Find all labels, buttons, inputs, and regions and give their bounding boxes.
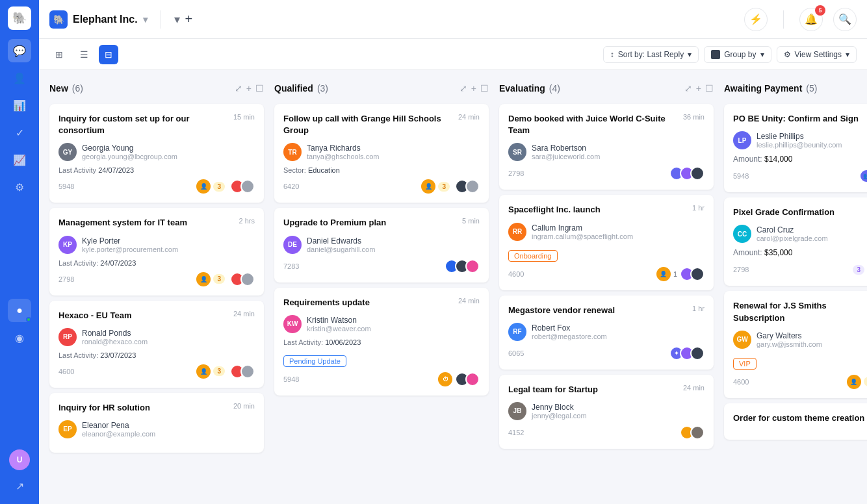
badge-count: 10 [864, 377, 867, 386]
amount-row: Amount: $35,000 [733, 248, 867, 257]
card-pixel-grade[interactable]: Pixel Grade Confirmation CC Carol Cruz c… [724, 197, 867, 286]
card-id: 7283 [283, 262, 299, 270]
checkbox-icon[interactable]: ☐ [705, 83, 714, 94]
card-title: Legal team for Startup [508, 384, 678, 396]
card-title: Follow up call with Grange Hill Schools … [283, 113, 453, 136]
assignee-avatar: 👤 [196, 364, 211, 379]
card-inquiry-consortium[interactable]: Inquiry for custom set up for our consor… [49, 104, 264, 203]
card-time: 5 min [462, 217, 480, 225]
column-awaiting-payment: Awaiting Payment (5) ⤢ + PO BE Unity: Co… [724, 81, 867, 494]
sidebar-item-settings[interactable]: ⚙ [8, 175, 31, 199]
sidebar-item-contacts[interactable]: 👤 [8, 66, 31, 90]
card-assignees: 👤 10 [847, 375, 867, 389]
grid-view-button[interactable]: ⊞ [49, 45, 69, 64]
add-tab-button[interactable]: + [185, 12, 193, 27]
card-footer: 4600 👤 3 [58, 364, 255, 379]
add-card-button[interactable]: + [246, 83, 252, 94]
avatar-1: 👥 [859, 169, 867, 183]
contact-name: Robert Fox [532, 323, 607, 333]
card-js-smiths[interactable]: Renewal for J.S Smiths Subscription 1 GW… [724, 291, 867, 397]
column-header-new: New (6) ⤢ + ☐ [49, 81, 264, 99]
main-area: 🐘 Elephant Inc. ▾ ▾ + ⚡ 🔔 5 🔍 ⊞ ☰ ⊟ ↕ So… [39, 0, 867, 504]
add-card-button[interactable]: + [471, 83, 476, 94]
card-legal-startup[interactable]: Legal team for Startup 24 min JB Jenny B… [499, 375, 714, 449]
app-logo[interactable]: 🐘 [8, 6, 31, 30]
assignee-avatar: 👤 [196, 272, 211, 286]
contact-avatar: RP [58, 328, 77, 346]
card-premium-plan[interactable]: Upgrade to Premium plan 5 min DE Daniel … [274, 208, 489, 282]
card-id: 6420 [283, 183, 299, 190]
sidebar-item-analytics[interactable]: 📈 [8, 148, 31, 171]
card-header: Inquiry for custom set up for our consor… [58, 113, 255, 136]
vip-tag: VIP [733, 354, 867, 370]
add-card-button[interactable]: + [696, 83, 701, 94]
sidebar-item-tasks[interactable]: ✓ [8, 121, 31, 144]
sidebar-item-status[interactable]: ● [8, 299, 31, 322]
contact-email: carol@pixelgrade.com [757, 234, 828, 242]
card-management-it[interactable]: Management system for IT team 2 hrs KP K… [49, 208, 264, 295]
card-requirements-update[interactable]: Requirements update 24 min KW Kristin Wa… [274, 288, 489, 396]
checkbox-icon[interactable]: ☐ [255, 83, 264, 94]
group-by-button[interactable]: Group by ▾ [704, 46, 771, 63]
avatar-2 [465, 372, 480, 386]
kanban-view-button[interactable]: ⊟ [99, 45, 118, 64]
contact-name: Ronald Ponds [82, 329, 148, 338]
sidebar-item-reports[interactable]: 📊 [8, 94, 31, 117]
card-footer: 4152 [508, 425, 705, 440]
card-title: Demo booked with Juice World C-Suite Tea… [508, 113, 678, 136]
card-id: 4152 [508, 429, 524, 436]
contact-name: Carol Cruz [757, 225, 828, 234]
toolbar: ⊞ ☰ ⊟ ↕ Sort by: Last Reply ▾ Group by ▾… [39, 39, 867, 70]
expand-icon[interactable]: ⤢ [235, 83, 242, 94]
settings-icon: ⚙ [784, 50, 791, 59]
avatar-2 [240, 272, 255, 286]
meta-value: 24/07/2023 [98, 166, 134, 174]
card-spaceflight[interactable]: Spaceflight Inc. launch 1 hr RR Callum I… [499, 195, 714, 290]
collapse-icon[interactable]: ▾ [174, 12, 180, 27]
card-juice-world[interactable]: Demo booked with Juice World C-Suite Tea… [499, 104, 714, 190]
search-button[interactable]: 🔍 [833, 8, 857, 31]
view-settings-button[interactable]: ⚙ View Settings ▾ [777, 46, 857, 63]
avatar-stack: 👥 [859, 169, 867, 183]
card-header: Pixel Grade Confirmation [733, 207, 867, 218]
tag-label: Onboarding [508, 250, 558, 262]
card-contact: KW Kristin Watson kristin@weaver.com [283, 315, 480, 333]
sidebar-item-share[interactable]: ↗ [8, 474, 31, 498]
sidebar-item-chat[interactable]: 💬 [8, 39, 31, 62]
flash-icon-button[interactable]: ⚡ [744, 8, 768, 31]
checkbox-icon[interactable]: ☐ [480, 83, 489, 94]
expand-icon[interactable]: ⤢ [684, 83, 692, 94]
topbar-divider-2 [783, 10, 784, 29]
notifications-button[interactable]: 🔔 5 [799, 8, 823, 31]
card-grange-hill[interactable]: Follow up call with Grange Hill Schools … [274, 104, 489, 203]
sidebar-item-circle[interactable]: ◉ [8, 326, 31, 349]
card-contact: GW Gary Walters gary.w@jssmith.com [733, 331, 867, 349]
avatar-3 [690, 346, 705, 360]
assignee-avatar: 👤 [196, 179, 211, 194]
card-header: Order for custom theme creation 5 [733, 412, 867, 424]
card-title: Order for custom theme creation [733, 412, 867, 424]
card-time: 2 hrs [239, 217, 255, 225]
badge-count: 3 [213, 366, 225, 376]
expand-icon[interactable]: ⤢ [459, 83, 467, 94]
chevron-down-icon[interactable]: ▾ [143, 14, 148, 25]
col-title-evaluating: Evaluating [499, 83, 545, 94]
badge-count: 3 [213, 182, 225, 192]
card-megastore[interactable]: Megastore vendor renewal 1 hr RF Robert … [499, 296, 714, 370]
card-id: 5948 [283, 375, 299, 383]
card-hexaco[interactable]: Hexaco - EU Team 24 min RP Ronald Ponds … [49, 301, 264, 388]
card-footer: 2798 3 [733, 262, 867, 277]
card-title: Inquiry for custom set up for our consor… [58, 113, 228, 136]
brand-icon: 🐘 [49, 10, 68, 29]
card-custom-theme[interactable]: Order for custom theme creation 5 [724, 403, 867, 440]
column-qualified: Qualified (3) ⤢ + ☐ Follow up call with … [274, 81, 489, 494]
card-po-be-unity[interactable]: PO BE Unity: Confirm and Sign 1 LP Lesli… [724, 104, 867, 192]
column-evaluating: Evaluating (4) ⤢ + ☐ Demo booked with Ju… [499, 81, 714, 494]
sort-button[interactable]: ↕ Sort by: Last Reply ▾ [603, 46, 699, 63]
card-time: 24 min [458, 113, 480, 121]
user-avatar[interactable]: U [9, 449, 30, 470]
contact-info: Georgia Young georgia.young@lbcgroup.com [82, 144, 177, 160]
list-view-button[interactable]: ☰ [74, 45, 94, 64]
card-title: Renewal for J.S Smiths Subscription [733, 300, 867, 323]
card-hr-solution[interactable]: Inquiry for HR solution 20 min EP Eleano… [49, 393, 264, 453]
